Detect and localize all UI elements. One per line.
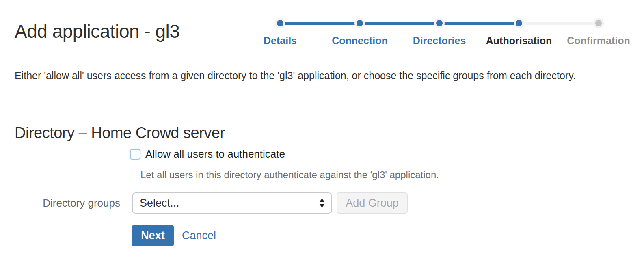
allow-all-label[interactable]: Allow all users to authenticate: [145, 148, 285, 160]
intro-text: Either 'allow all' users access from a g…: [15, 67, 612, 84]
select-spinner-icon: [319, 199, 325, 207]
section-heading: Directory – Home Crowd server: [15, 124, 225, 142]
step-dot-directories: [436, 20, 443, 26]
step-current-authorisation: Authorisation: [479, 35, 559, 47]
step-dot-details: [277, 20, 283, 26]
directory-groups-select[interactable]: Select...: [132, 192, 332, 214]
cancel-link[interactable]: Cancel: [182, 225, 216, 246]
step-upcoming-confirmation: Confirmation: [559, 35, 638, 47]
progress-track-fill: [280, 22, 519, 25]
step-link-connection[interactable]: Connection: [320, 35, 400, 47]
arrow-up-icon: [319, 199, 325, 202]
allow-all-checkbox[interactable]: [130, 149, 140, 160]
progress-tracker: Details Connection Directories Authorisa…: [240, 18, 638, 49]
page-title: Add application - gl3: [15, 20, 179, 42]
step-dot-confirmation: [595, 20, 602, 26]
step-dot-connection: [357, 20, 363, 26]
directory-groups-select-value: Select...: [140, 197, 179, 210]
next-button[interactable]: Next: [132, 225, 174, 246]
step-link-directories[interactable]: Directories: [400, 35, 479, 47]
directory-groups-label: Directory groups: [0, 192, 120, 214]
step-dot-authorisation: [516, 20, 522, 26]
arrow-down-icon: [319, 204, 325, 207]
allow-all-description: Let all users in this directory authenti…: [140, 169, 439, 181]
allow-all-row: Allow all users to authenticate: [130, 148, 285, 160]
add-application-wizard: Add application - gl3 Details Connection…: [0, 0, 644, 268]
add-group-button[interactable]: Add Group: [337, 192, 408, 214]
step-link-details[interactable]: Details: [240, 35, 320, 47]
